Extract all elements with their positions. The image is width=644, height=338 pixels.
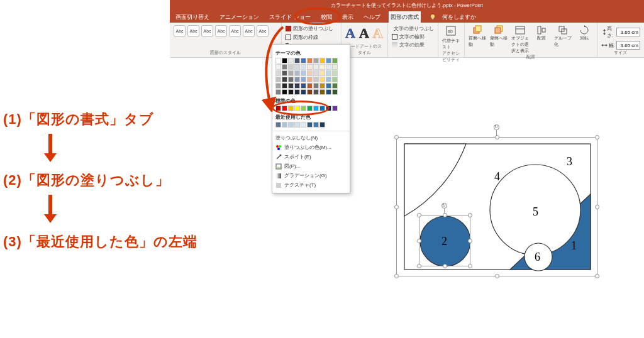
- theme-color-swatch[interactable]: [275, 77, 281, 82]
- no-fill-item[interactable]: 塗りつぶしなし(N): [275, 133, 347, 143]
- standard-color-swatch[interactable]: [275, 106, 281, 111]
- theme-color-swatch[interactable]: [275, 89, 281, 95]
- recent-color-swatch[interactable]: [294, 122, 300, 128]
- rotation-handle[interactable]: [441, 203, 447, 209]
- alt-text-button[interactable]: ab 代替テキスト: [442, 25, 460, 50]
- theme-color-swatch[interactable]: [332, 70, 338, 76]
- shape-style-thumb[interactable]: Abc: [229, 25, 241, 37]
- resize-handle[interactable]: [468, 213, 472, 217]
- theme-color-swatch[interactable]: [294, 64, 300, 70]
- shape-outline-button[interactable]: 図形の枠線: [286, 34, 337, 41]
- bring-forward-button[interactable]: 前面へ移動: [469, 25, 486, 54]
- theme-color-swatch[interactable]: [307, 89, 313, 95]
- theme-color-swatch[interactable]: [313, 83, 319, 89]
- theme-color-swatch[interactable]: [307, 83, 313, 89]
- theme-color-swatch[interactable]: [282, 77, 287, 82]
- rotation-handle[interactable]: [494, 124, 499, 130]
- theme-color-swatch[interactable]: [282, 70, 287, 76]
- theme-color-swatch[interactable]: [301, 77, 306, 82]
- theme-color-swatch[interactable]: [326, 64, 331, 70]
- theme-color-swatch[interactable]: [307, 77, 313, 82]
- theme-color-swatch[interactable]: [301, 83, 306, 89]
- theme-color-swatch[interactable]: [307, 64, 313, 70]
- wordart-style-a1[interactable]: A: [345, 25, 355, 41]
- shape-fill-button[interactable]: 図形の塗りつぶし: [286, 25, 337, 32]
- theme-color-swatch[interactable]: [275, 58, 281, 63]
- theme-color-swatch[interactable]: [332, 64, 338, 70]
- wordart-style-a3[interactable]: A: [373, 25, 383, 41]
- standard-color-swatch[interactable]: [313, 106, 319, 111]
- resize-handle[interactable]: [417, 213, 421, 217]
- shape-style-thumb[interactable]: Abc: [174, 25, 186, 37]
- selection-pane-button[interactable]: オブジェクトの選択と表示: [511, 25, 529, 54]
- theme-color-swatch[interactable]: [275, 64, 281, 70]
- eyedropper-item[interactable]: スポイト(E): [275, 152, 347, 161]
- inner-selection-frame[interactable]: [419, 215, 470, 266]
- tab-help[interactable]: ヘルプ: [362, 13, 382, 21]
- tab-review[interactable]: 校閲: [319, 13, 334, 21]
- more-colors-item[interactable]: 塗りつぶしの色(M)...: [275, 143, 347, 152]
- theme-color-swatch[interactable]: [319, 83, 325, 89]
- resize-handle[interactable]: [417, 264, 421, 268]
- standard-color-swatch[interactable]: [319, 106, 325, 111]
- tell-me-text[interactable]: 何をしますか: [442, 13, 476, 21]
- theme-color-swatch[interactable]: [313, 70, 319, 76]
- width-input[interactable]: [616, 41, 640, 50]
- theme-color-swatch[interactable]: [319, 64, 325, 70]
- theme-color-swatch[interactable]: [294, 70, 300, 76]
- theme-color-swatch[interactable]: [326, 83, 331, 89]
- recent-color-swatch[interactable]: [275, 122, 281, 128]
- resize-handle[interactable]: [443, 264, 447, 268]
- shape-style-thumb[interactable]: Abc: [201, 25, 213, 37]
- theme-color-swatch[interactable]: [313, 64, 319, 70]
- theme-color-swatch[interactable]: [307, 70, 313, 76]
- theme-color-swatch[interactable]: [319, 89, 325, 95]
- tab-view[interactable]: 表示: [340, 13, 355, 21]
- theme-color-swatch[interactable]: [275, 70, 281, 76]
- standard-color-swatch[interactable]: [307, 106, 313, 111]
- theme-color-swatch[interactable]: [301, 89, 306, 95]
- text-fill-button[interactable]: 文字の塗りつぶし: [392, 25, 434, 32]
- shape-style-thumb[interactable]: Abc: [215, 25, 227, 37]
- theme-color-swatch[interactable]: [319, 70, 325, 76]
- standard-color-swatch[interactable]: [294, 106, 300, 111]
- shape-style-thumb[interactable]: Abc: [257, 25, 269, 37]
- theme-color-swatch[interactable]: [301, 58, 306, 63]
- resize-handle[interactable]: [468, 239, 472, 243]
- theme-color-swatch[interactable]: [288, 64, 294, 70]
- theme-color-swatch[interactable]: [288, 89, 294, 95]
- theme-color-swatch[interactable]: [288, 83, 294, 89]
- theme-color-swatch[interactable]: [301, 70, 306, 76]
- theme-color-swatch[interactable]: [282, 89, 287, 95]
- send-backward-button[interactable]: 背面へ移動: [490, 25, 508, 54]
- theme-color-swatch[interactable]: [301, 64, 306, 70]
- resize-handle[interactable]: [417, 239, 421, 243]
- tab-slideshow[interactable]: スライド ショー: [267, 13, 313, 21]
- theme-color-swatch[interactable]: [326, 58, 331, 63]
- theme-color-swatch[interactable]: [307, 58, 313, 63]
- standard-color-swatch[interactable]: [326, 106, 331, 111]
- theme-color-swatch[interactable]: [332, 58, 338, 63]
- resize-handle[interactable]: [468, 264, 472, 268]
- recent-color-swatch[interactable]: [288, 122, 294, 128]
- tab-transitions[interactable]: 画面切り替え: [174, 13, 211, 21]
- recent-color-swatch[interactable]: [313, 122, 319, 128]
- theme-color-swatch[interactable]: [313, 77, 319, 82]
- theme-color-swatch[interactable]: [294, 58, 300, 63]
- standard-color-swatch[interactable]: [301, 106, 306, 111]
- theme-color-swatch[interactable]: [294, 89, 300, 95]
- recent-color-swatch[interactable]: [307, 122, 313, 128]
- recent-color-swatch[interactable]: [319, 122, 325, 128]
- theme-color-swatch[interactable]: [313, 89, 319, 95]
- shape-style-thumb[interactable]: Abc: [187, 25, 199, 37]
- theme-color-swatch[interactable]: [282, 58, 287, 63]
- theme-color-swatch[interactable]: [319, 58, 325, 63]
- shape-style-thumb[interactable]: Abc: [243, 25, 255, 37]
- resize-handle[interactable]: [443, 213, 447, 217]
- theme-color-swatch[interactable]: [313, 58, 319, 63]
- height-input[interactable]: [616, 28, 640, 36]
- recent-color-swatch[interactable]: [301, 122, 306, 128]
- group-button[interactable]: グループ化: [554, 25, 572, 54]
- picture-item[interactable]: 図(P)...: [275, 161, 347, 171]
- theme-color-swatch[interactable]: [332, 77, 338, 82]
